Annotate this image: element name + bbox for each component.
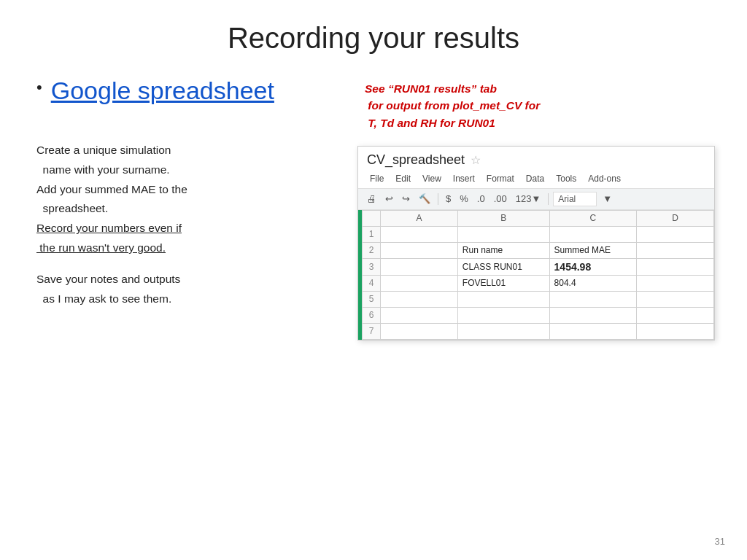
ss-menu-bar: File Edit View Insert Format Data Tools … — [358, 171, 714, 188]
cell-c6[interactable] — [549, 307, 637, 323]
menu-view[interactable]: View — [417, 172, 447, 185]
col-header-c[interactable]: C — [549, 210, 637, 226]
toolbar-undo[interactable]: ↩ — [382, 192, 396, 206]
google-spreadsheet-link[interactable]: Google spreadsheet — [51, 77, 274, 105]
toolbar-percent[interactable]: % — [457, 192, 471, 206]
menu-file[interactable]: File — [364, 172, 390, 185]
ss-grid: A B C D 1 — [362, 210, 714, 340]
spreadsheet-mockup: CV_spreadsheet ☆ File Edit View Insert F… — [357, 146, 715, 341]
content-area: • Google spreadsheet Create a unique sim… — [36, 77, 711, 513]
row-num-5: 5 — [363, 291, 381, 307]
menu-addons[interactable]: Add-ons — [582, 172, 627, 185]
left-column: • Google spreadsheet Create a unique sim… — [36, 77, 343, 513]
cell-c1[interactable] — [549, 226, 637, 242]
cell-c2[interactable]: Summed MAE — [549, 242, 637, 258]
ss-title-bar: CV_spreadsheet ☆ — [358, 147, 714, 171]
table-row: 6 — [363, 307, 714, 323]
cell-a1[interactable] — [381, 226, 458, 242]
toolbar-font-arrow[interactable]: ▼ — [600, 192, 615, 206]
red-note-line-3: T, Td and RH for RUN01 — [365, 114, 715, 131]
ss-font-selector[interactable]: Arial — [553, 192, 597, 206]
cell-b3[interactable]: CLASS RUN01 — [457, 258, 549, 275]
cell-b2[interactable]: Run name — [457, 242, 549, 258]
ss-corner-header — [363, 210, 381, 226]
right-column: See “RUN01 results” tab for output from … — [357, 77, 715, 513]
cell-b7[interactable] — [457, 323, 549, 339]
cell-c4[interactable]: 804.4 — [549, 275, 637, 291]
body-line-4: spreadsheet. — [36, 200, 343, 218]
body-line-3: Add your summed MAE to the — [36, 181, 343, 199]
bullet-item: • Google spreadsheet — [36, 77, 343, 105]
col-header-d[interactable]: D — [637, 210, 714, 226]
cell-a5[interactable] — [381, 291, 458, 307]
save-note: Save your notes and outputs as I may ask… — [36, 271, 343, 308]
row-num-4: 4 — [363, 275, 381, 291]
body-line-8: as I may ask to see them. — [36, 290, 343, 308]
row-num-6: 6 — [363, 307, 381, 323]
table-row: 1 — [363, 226, 714, 242]
toolbar-decimal-more[interactable]: .00 — [491, 192, 510, 206]
cell-d7[interactable] — [637, 323, 714, 339]
cell-a4[interactable] — [381, 275, 458, 291]
cell-d6[interactable] — [637, 307, 714, 323]
ss-header-row: A B C D — [363, 210, 714, 226]
toolbar-sep-1 — [438, 193, 438, 205]
cell-b6[interactable] — [457, 307, 549, 323]
col-header-b[interactable]: B — [457, 210, 549, 226]
toolbar-dollar[interactable]: $ — [443, 192, 454, 206]
table-row: 5 — [363, 291, 714, 307]
cell-b1[interactable] — [457, 226, 549, 242]
bullet-dot: • — [36, 78, 42, 97]
cell-c7[interactable] — [549, 323, 637, 339]
body-line-1: Create a unique simulation — [36, 141, 343, 160]
menu-tools[interactable]: Tools — [550, 172, 582, 185]
slide-title: Recording your results — [36, 22, 711, 55]
red-note-line-2: for output from plot_met_CV for — [365, 97, 715, 114]
ss-grid-wrapper: A B C D 1 — [358, 210, 714, 340]
toolbar-format-123[interactable]: 123▼ — [513, 192, 544, 206]
body-line-7: Save your notes and outputs — [36, 271, 343, 289]
cell-c5[interactable] — [549, 291, 637, 307]
ss-title: CV_spreadsheet — [367, 152, 465, 168]
toolbar-decimal-less[interactable]: .0 — [474, 192, 488, 206]
cell-a6[interactable] — [381, 307, 458, 323]
table-row: 4 FOVELL01 804.4 — [363, 275, 714, 291]
body-line-2: name with your surname. — [36, 161, 343, 179]
menu-data[interactable]: Data — [520, 172, 550, 185]
cell-d4[interactable] — [637, 275, 714, 291]
cell-a7[interactable] — [381, 323, 458, 339]
slide: Recording your results • Google spreadsh… — [0, 0, 747, 560]
page-number: 31 — [715, 536, 725, 547]
red-note-line-1: See “RUN01 results” tab — [365, 80, 715, 97]
toolbar-paint[interactable]: 🔨 — [416, 192, 433, 206]
ss-toolbar: 🖨 ↩ ↪ 🔨 $ % .0 .00 123▼ Arial ▼ — [358, 188, 714, 210]
cell-b5[interactable] — [457, 291, 549, 307]
table-row: 3 CLASS RUN01 1454.98 — [363, 258, 714, 275]
row-num-7: 7 — [363, 323, 381, 339]
cell-d5[interactable] — [637, 291, 714, 307]
ss-star: ☆ — [471, 153, 481, 167]
cell-a2[interactable] — [381, 242, 458, 258]
cell-c3[interactable]: 1454.98 — [549, 258, 637, 275]
cell-d3[interactable] — [637, 258, 714, 275]
cell-b4[interactable]: FOVELL01 — [457, 275, 549, 291]
menu-edit[interactable]: Edit — [390, 172, 417, 185]
toolbar-print[interactable]: 🖨 — [364, 192, 379, 206]
cell-d2[interactable] — [637, 242, 714, 258]
table-row: 2 Run name Summed MAE — [363, 242, 714, 258]
cell-a3[interactable] — [381, 258, 458, 275]
row-num-2: 2 — [363, 242, 381, 258]
row-num-3: 3 — [363, 258, 381, 275]
row-num-1: 1 — [363, 226, 381, 242]
red-note: See “RUN01 results” tab for output from … — [365, 80, 715, 131]
col-header-a[interactable]: A — [381, 210, 458, 226]
body-line-6: the run wasn't very good. — [36, 239, 343, 257]
menu-insert[interactable]: Insert — [447, 172, 481, 185]
cell-d1[interactable] — [637, 226, 714, 242]
toolbar-redo[interactable]: ↪ — [399, 192, 413, 206]
table-row: 7 — [363, 323, 714, 339]
toolbar-sep-2 — [548, 193, 549, 205]
body-line-5: Record your numbers even if — [36, 219, 343, 238]
body-text-block: Create a unique simulation name with you… — [36, 141, 343, 309]
menu-format[interactable]: Format — [481, 172, 520, 185]
